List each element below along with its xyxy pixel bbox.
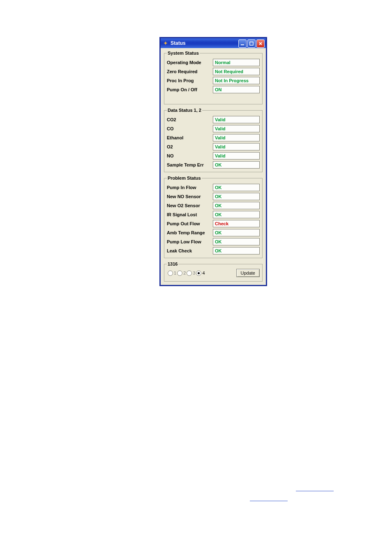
status-label: Pump On / Off — [167, 87, 213, 92]
radio-label: 2 — [183, 271, 186, 275]
window-title: Status — [171, 40, 186, 46]
status-value: ON — [213, 86, 260, 93]
status-value: OK — [213, 238, 260, 245]
status-row: NOValid — [167, 152, 260, 160]
radio-icon — [187, 271, 192, 276]
svg-rect-1 — [250, 42, 253, 45]
status-row: Pump In FlowOK — [167, 184, 260, 191]
radio-label: 4 — [202, 271, 205, 275]
status-value: Valid — [213, 134, 260, 141]
status-label: Sample Temp Err — [167, 162, 213, 167]
update-button[interactable]: Update — [236, 269, 260, 277]
group-problem-status: Problem Status Pump In FlowOKNew NO Sens… — [164, 176, 263, 258]
status-value: Valid — [213, 152, 260, 160]
status-row: Amb Temp RangeOK — [167, 229, 260, 236]
group-legend: Problem Status — [167, 176, 202, 180]
status-value: OK — [213, 229, 260, 236]
status-label: IR Signal Lost — [167, 212, 213, 217]
status-row: Zero RequiredNot Required — [167, 68, 260, 75]
status-row: Operating ModeNormal — [167, 59, 260, 66]
status-row: New O2 SensorOK — [167, 202, 260, 209]
radio-label: 3 — [193, 271, 195, 275]
status-label: Pump Out Flow — [167, 221, 213, 226]
status-label: Operating Mode — [167, 60, 213, 65]
status-label: Pump Low Flow — [167, 239, 213, 244]
window-controls — [238, 39, 265, 48]
svg-rect-0 — [241, 44, 244, 45]
status-row: IR Signal LostOK — [167, 211, 260, 218]
status-value: Valid — [213, 143, 260, 150]
titlebar[interactable]: ✦ Status — [161, 38, 266, 48]
status-label: O2 — [167, 144, 213, 149]
status-value: OK — [213, 202, 260, 209]
status-label: New NO Sensor — [167, 194, 213, 199]
group-legend: System Status — [167, 51, 200, 56]
app-plus-icon: ✦ — [162, 40, 169, 46]
status-value: OK — [213, 247, 260, 254]
status-label: Pump In Flow — [167, 185, 213, 190]
status-value: Check — [213, 220, 260, 227]
status-value: OK — [213, 184, 260, 191]
radio-label: 1 — [174, 271, 176, 275]
radio-icon — [168, 271, 173, 276]
status-row: O2Valid — [167, 143, 260, 150]
radio-option-1[interactable]: 1 — [168, 271, 176, 276]
status-label: CO2 — [167, 117, 213, 122]
status-value: Valid — [213, 116, 260, 123]
status-value: Not In Progress — [213, 77, 260, 84]
status-label: Leak Check — [167, 248, 213, 253]
status-value: Not Required — [213, 68, 260, 75]
status-row: Leak CheckOK — [167, 247, 260, 254]
hyperlink-underline — [250, 501, 288, 501]
status-label: Proc In Prog — [167, 78, 213, 83]
radio-option-2[interactable]: 2 — [177, 271, 186, 276]
radio-icon — [196, 271, 201, 276]
status-row: Proc In ProgNot In Progress — [167, 77, 260, 84]
radio-icon — [177, 271, 182, 276]
status-value: Normal — [213, 59, 260, 66]
group-system-status: System Status Operating ModeNormalZero R… — [164, 51, 263, 104]
minimize-button[interactable] — [238, 39, 247, 48]
group-data-status: Data Status 1, 2 CO2ValidCOValidEthanolV… — [164, 108, 263, 172]
close-button[interactable] — [256, 39, 265, 48]
status-row: New NO SensorOK — [167, 193, 260, 200]
status-row: EthanolValid — [167, 134, 260, 141]
status-label: Ethanol — [167, 135, 213, 140]
group-legend: Data Status 1, 2 — [167, 108, 202, 113]
status-row: Pump Low FlowOK — [167, 238, 260, 245]
status-label: CO — [167, 126, 213, 131]
hyperlink-underline — [296, 491, 334, 491]
status-row: CO2Valid — [167, 116, 260, 123]
status-row: COValid — [167, 125, 260, 132]
status-value: OK — [213, 211, 260, 218]
status-window: ✦ Status System Status Operating ModeNor… — [159, 37, 267, 286]
status-label: NO — [167, 153, 213, 158]
status-value: OK — [213, 193, 260, 200]
client-area: System Status Operating ModeNormalZero R… — [161, 48, 266, 285]
status-label: Zero Required — [167, 69, 213, 74]
status-value: Valid — [213, 125, 260, 132]
group-1316: 1316 1234Update — [164, 261, 263, 282]
maximize-button[interactable] — [247, 39, 256, 48]
status-row: Pump Out FlowCheck — [167, 220, 260, 227]
radio-option-4[interactable]: 4 — [196, 271, 205, 276]
status-row: Sample Temp ErrOK — [167, 161, 260, 169]
radio-option-3[interactable]: 3 — [187, 271, 195, 276]
status-value: OK — [213, 161, 260, 169]
status-label: New O2 Sensor — [167, 203, 213, 208]
group-legend: 1316 — [167, 261, 178, 266]
status-row: Pump On / OffON — [167, 86, 260, 93]
status-label: Amb Temp Range — [167, 230, 213, 235]
